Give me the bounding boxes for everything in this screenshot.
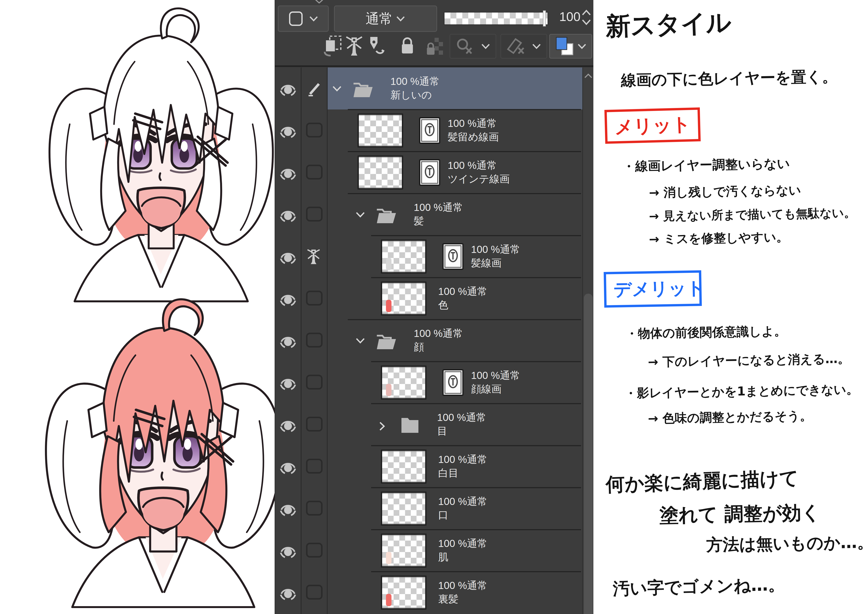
layer-status-cell[interactable] bbox=[306, 417, 323, 432]
status-slot[interactable] bbox=[306, 165, 322, 179]
status-slot[interactable] bbox=[306, 123, 322, 137]
layer-thumbnail[interactable] bbox=[358, 113, 403, 148]
layer-thumbnail[interactable] bbox=[381, 533, 426, 567]
layer-status-cell[interactable] bbox=[306, 123, 323, 138]
layer-row-1[interactable]: 100 %通常髪留め線画 bbox=[275, 109, 582, 151]
eye-visibility-icon[interactable] bbox=[279, 123, 297, 138]
layer-thumbnail[interactable] bbox=[381, 575, 426, 609]
layer-thumbnail[interactable] bbox=[381, 491, 426, 525]
reference-layer-button[interactable] bbox=[450, 34, 496, 59]
eye-visibility-icon[interactable] bbox=[279, 501, 297, 516]
chevron-down-icon[interactable] bbox=[332, 85, 342, 92]
eye-visibility-icon[interactable] bbox=[279, 291, 297, 306]
layer-row-4[interactable]: 100 %通常髪線画 bbox=[275, 236, 582, 278]
layer-thumbnail[interactable] bbox=[381, 365, 426, 399]
status-slot[interactable] bbox=[306, 207, 322, 221]
layer-color-button[interactable] bbox=[549, 34, 592, 59]
eye-visibility-icon[interactable] bbox=[279, 333, 297, 348]
layer-status-cell[interactable] bbox=[306, 207, 323, 222]
eye-visibility-icon[interactable] bbox=[279, 543, 297, 558]
palette-mode-dropdown[interactable] bbox=[278, 6, 329, 32]
layer-visibility-cell[interactable] bbox=[279, 165, 297, 180]
scrollbar-thumb[interactable] bbox=[584, 294, 593, 614]
layer-visibility-cell[interactable] bbox=[279, 81, 297, 96]
layer-visibility-cell[interactable] bbox=[279, 585, 297, 600]
status-slot[interactable] bbox=[306, 375, 322, 390]
layer-thumbnail[interactable] bbox=[358, 155, 403, 190]
scroll-up-button[interactable] bbox=[583, 69, 594, 84]
status-slot[interactable] bbox=[306, 585, 322, 600]
opacity-slider-handle[interactable] bbox=[543, 11, 546, 26]
eye-visibility-icon[interactable] bbox=[279, 417, 297, 432]
folder-collapse-chevron[interactable] bbox=[355, 337, 365, 344]
chevron-right-icon[interactable] bbox=[379, 421, 385, 431]
layer-status-cell[interactable] bbox=[306, 333, 323, 348]
layer-status-cell[interactable] bbox=[306, 165, 323, 180]
layer-row-8[interactable]: 100 %通常目 bbox=[275, 404, 582, 446]
eye-visibility-icon[interactable] bbox=[279, 81, 297, 96]
layer-status-cell[interactable] bbox=[306, 81, 323, 96]
eye-visibility-icon[interactable] bbox=[279, 207, 297, 222]
layer-row-5[interactable]: 100 %通常色 bbox=[275, 278, 582, 320]
layer-visibility-cell[interactable] bbox=[279, 501, 297, 516]
clip-below-icon[interactable] bbox=[323, 36, 343, 58]
layer-label: 100 %通常裏髪 bbox=[438, 579, 487, 606]
layer-row-2[interactable]: 100 %通常ツインテ線画 bbox=[275, 151, 582, 193]
layer-visibility-cell[interactable] bbox=[279, 207, 297, 222]
status-slot[interactable] bbox=[306, 333, 322, 348]
chevron-down-icon[interactable] bbox=[355, 211, 365, 218]
draft-pen-icon[interactable] bbox=[367, 36, 386, 58]
layer-row-0[interactable]: 100 %通常新しいの bbox=[275, 67, 582, 109]
demerit-item: → 下のレイヤーになると消える…。 bbox=[648, 350, 850, 371]
drawing-canvas[interactable] bbox=[0, 0, 275, 614]
layer-row-12[interactable]: 100 %通常裏髪 bbox=[275, 572, 582, 614]
ruler-button[interactable] bbox=[501, 34, 547, 59]
eye-visibility-icon[interactable] bbox=[279, 459, 297, 474]
layer-thumbnail[interactable] bbox=[381, 281, 426, 316]
eye-visibility-icon[interactable] bbox=[279, 375, 297, 390]
layer-status-cell[interactable] bbox=[306, 459, 323, 474]
layer-visibility-cell[interactable] bbox=[279, 375, 297, 390]
layer-visibility-cell[interactable] bbox=[279, 333, 297, 348]
status-slot[interactable] bbox=[306, 291, 322, 306]
eye-visibility-icon[interactable] bbox=[279, 165, 297, 180]
lock-transparency-icon[interactable] bbox=[425, 36, 444, 58]
layer-row-9[interactable]: 100 %通常白目 bbox=[275, 446, 582, 488]
layer-visibility-cell[interactable] bbox=[279, 249, 297, 264]
layer-status-cell[interactable] bbox=[306, 585, 323, 600]
folder-expand-chevron[interactable] bbox=[379, 421, 389, 428]
status-slot[interactable] bbox=[306, 501, 322, 516]
folder-collapse-chevron[interactable] bbox=[332, 85, 342, 92]
layer-visibility-cell[interactable] bbox=[279, 291, 297, 306]
layer-status-cell[interactable] bbox=[306, 249, 323, 264]
blend-mode-dropdown[interactable]: 通常 bbox=[334, 6, 437, 32]
status-slot[interactable] bbox=[306, 417, 322, 432]
layer-thumbnail[interactable] bbox=[381, 449, 426, 483]
layer-status-cell[interactable] bbox=[306, 543, 323, 558]
layer-visibility-cell[interactable] bbox=[279, 123, 297, 138]
chevron-down-icon bbox=[577, 43, 587, 50]
layer-row-10[interactable]: 100 %通常口 bbox=[275, 488, 582, 530]
layer-row-3[interactable]: 100 %通常髪 bbox=[275, 193, 582, 236]
layer-visibility-cell[interactable] bbox=[279, 417, 297, 432]
status-slot[interactable] bbox=[306, 543, 322, 558]
layer-row-7[interactable]: 100 %通常顔線画 bbox=[275, 362, 582, 404]
layer-visibility-cell[interactable] bbox=[279, 459, 297, 474]
layer-status-cell[interactable] bbox=[306, 375, 323, 390]
eye-visibility-icon[interactable] bbox=[279, 249, 297, 264]
layer-list-scrollbar[interactable] bbox=[582, 67, 594, 614]
chevron-down-icon[interactable] bbox=[355, 337, 365, 344]
layer-thumbnail[interactable] bbox=[381, 239, 426, 274]
mask-icon[interactable] bbox=[345, 36, 363, 58]
eye-visibility-icon[interactable] bbox=[279, 585, 297, 600]
layer-status-cell[interactable] bbox=[306, 291, 323, 306]
layer-row-6[interactable]: 100 %通常顔 bbox=[275, 320, 582, 362]
layer-status-cell[interactable] bbox=[306, 501, 323, 516]
opacity-spinner[interactable] bbox=[581, 8, 592, 26]
folder-collapse-chevron[interactable] bbox=[355, 211, 365, 218]
lock-layer-icon[interactable] bbox=[400, 36, 415, 58]
opacity-slider[interactable] bbox=[444, 12, 548, 25]
status-slot[interactable] bbox=[306, 459, 322, 474]
layer-visibility-cell[interactable] bbox=[279, 543, 297, 558]
layer-row-11[interactable]: 100 %通常肌 bbox=[275, 530, 582, 572]
